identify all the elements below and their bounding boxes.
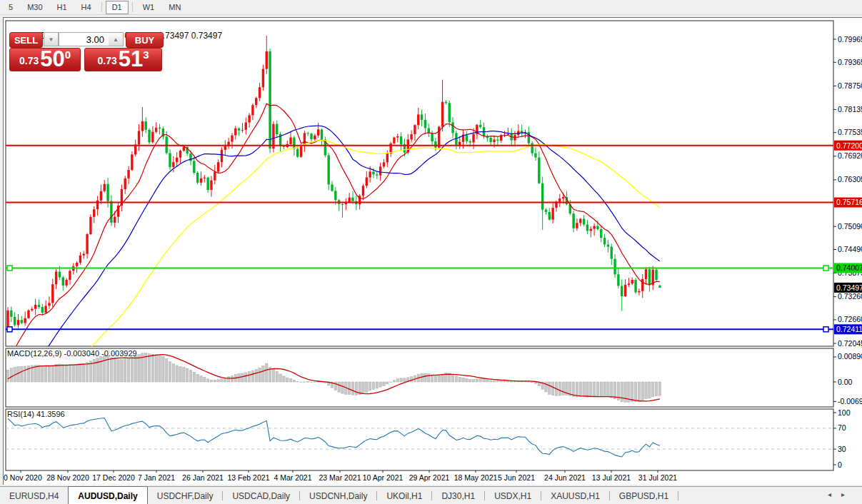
macd-bar (607, 382, 609, 397)
timeframe-button-d1[interactable]: D1 (106, 1, 129, 14)
macd-bar (410, 377, 412, 382)
candle (648, 269, 651, 285)
candle (59, 271, 61, 277)
candle (83, 254, 85, 256)
macd-bar (496, 381, 498, 382)
candle (172, 162, 174, 167)
tab-scroll-left-icon[interactable]: ◂ (828, 490, 841, 498)
candle (48, 303, 50, 306)
macd-bar (204, 377, 206, 382)
macd-bar (55, 365, 57, 382)
macd-bar (172, 364, 174, 382)
date-tick-label: 17 Dec 2020 (92, 473, 135, 482)
candle (369, 171, 371, 177)
ask-quote-button[interactable]: 0.73 51 3 (84, 48, 162, 71)
candle (114, 217, 116, 223)
hline-handle[interactable] (823, 266, 828, 271)
macd-bar (279, 374, 281, 382)
chart-tab-bar: EURUSD,H4AUDUSD,DailyUSDCHF,DailyUSDCAD,… (0, 486, 862, 504)
candle (362, 186, 364, 196)
macd-bar (431, 375, 433, 382)
chart-tab-eurusd[interactable]: EURUSD,H4 (0, 487, 68, 504)
bid-price-pips: 50 (40, 49, 64, 69)
candle (169, 153, 171, 167)
candle (69, 271, 71, 280)
macd-bar (634, 382, 636, 402)
candle (234, 128, 236, 136)
candle (383, 162, 385, 166)
bid-quote-button[interactable]: 0.73 50 0 (9, 48, 81, 71)
hline-price-label: 0.72411 (836, 325, 862, 333)
chart-tab-usdcnh[interactable]: USDCNH,Daily (300, 487, 376, 504)
volume-input[interactable] (59, 32, 109, 46)
buy-button[interactable]: BUY (126, 32, 164, 48)
timeframe-button-h4[interactable]: H4 (75, 1, 98, 14)
timeframe-toolbar: 5M30H1H4D1W1MN (0, 0, 862, 15)
ask-price-point: 3 (143, 49, 149, 61)
candle (89, 217, 91, 234)
macd-bar (341, 382, 344, 393)
timeframe-button-w1[interactable]: W1 (136, 1, 161, 14)
macd-bar (65, 365, 67, 382)
macd-bar (548, 382, 551, 394)
chart-canvas[interactable]: 0.799650.793650.787500.781350.775350.769… (4, 18, 862, 485)
macd-bar (466, 378, 468, 382)
tab-scroll-right-icon[interactable]: ▸ (841, 490, 855, 498)
candle (124, 178, 126, 189)
macd-bar (286, 378, 289, 382)
macd-bar (272, 369, 274, 382)
chart-tab-gbpusd[interactable]: GBPUSD,H1 (610, 487, 678, 504)
timeframe-button-5[interactable]: 5 (2, 1, 19, 14)
chart-tab-usdx[interactable]: USDX,H1 (485, 487, 541, 504)
price-tick-label: 0.72660 (838, 315, 862, 323)
macd-bar (362, 382, 364, 393)
chart-tab-xauusd[interactable]: XAUUSD,H1 (541, 487, 609, 504)
candle (583, 219, 585, 225)
candle (379, 166, 381, 175)
tab-scroll-arrows[interactable]: ◂▸ (828, 490, 855, 498)
price-tick-label: 0.75090 (838, 222, 862, 231)
hline-handle[interactable] (823, 327, 828, 332)
macd-bar (176, 366, 178, 382)
candle (138, 131, 140, 144)
macd-bar (434, 376, 436, 382)
timeframe-button-h1[interactable]: H1 (51, 1, 74, 14)
macd-bar (296, 381, 299, 382)
macd-bar (117, 360, 119, 382)
macd-bar (69, 365, 71, 382)
chart-tab-usdchf[interactable]: USDCHF,Daily (148, 487, 223, 504)
macd-bar (631, 382, 633, 402)
macd-bar (134, 356, 136, 382)
timeframe-button-m30[interactable]: M30 (21, 1, 49, 14)
timeframe-button-mn[interactable]: MN (162, 1, 187, 14)
chart-tab-ukoil[interactable]: UKOil,H1 (377, 487, 431, 504)
chart-tab-audusd[interactable]: AUDUSD,Daily (68, 486, 147, 504)
volume-increment-button[interactable]: ▲ (109, 32, 124, 46)
macd-bar (193, 372, 195, 382)
macd-bar (472, 379, 474, 382)
macd-bar (586, 382, 588, 397)
candle (466, 134, 468, 141)
candle (269, 51, 271, 148)
price-tick-label: 0.79365 (838, 58, 862, 66)
macd-bar (41, 366, 44, 382)
candle (624, 285, 626, 296)
chart-tab-usdcad[interactable]: USDCAD,Daily (223, 487, 299, 504)
candle (593, 226, 595, 229)
sell-button[interactable]: SELL (9, 32, 43, 48)
chart-tab-dj30[interactable]: DJ30,H1 (432, 487, 484, 504)
chart-window[interactable]: 0.799650.793650.787500.781350.775350.769… (3, 17, 862, 485)
macd-bar (138, 355, 140, 382)
rsi-tick-label: 0 (838, 460, 842, 469)
candle (145, 121, 147, 130)
hline-handle[interactable] (7, 327, 12, 332)
candle (206, 178, 209, 190)
volume-decrement-button[interactable]: ▼ (44, 32, 59, 46)
macd-tick-label: 0.008903 (838, 352, 862, 361)
candle (217, 162, 219, 171)
candle (617, 274, 619, 286)
hline-handle[interactable] (7, 266, 12, 271)
candle (414, 125, 416, 134)
candle (41, 307, 44, 313)
candle (38, 305, 40, 307)
